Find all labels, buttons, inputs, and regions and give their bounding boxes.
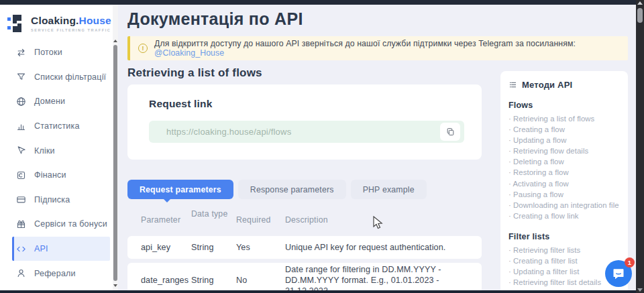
toc-item[interactable]: Retrieving filter lists <box>508 245 620 255</box>
banner-text: Для відкриття доступу до нашого API звер… <box>154 39 620 58</box>
sidebar-scroll-down-icon[interactable] <box>113 284 117 287</box>
toc-item[interactable]: Retrieving filter list details <box>508 277 620 288</box>
table-header: Parameter Data type Required Description <box>127 209 482 225</box>
col-required: Required <box>236 209 285 225</box>
cell-parameter: api_key <box>141 243 191 252</box>
sidebar: Cloaking.House SERVICE FILTERING TRAFFIC… <box>0 5 113 290</box>
cell-parameter: date_ranges <box>141 276 191 285</box>
col-description: Description <box>285 209 482 225</box>
request-link-title: Request link <box>149 98 482 110</box>
person-icon <box>16 268 26 278</box>
sidebar-item-statistics[interactable]: Статистика <box>12 114 110 139</box>
sidebar-item-subscription[interactable]: Підписка <box>12 188 110 213</box>
logo-mark-icon <box>7 13 25 34</box>
toc-item[interactable]: Restoring a flow <box>508 167 620 178</box>
col-parameter: Parameter <box>141 209 191 225</box>
cell-data-type: String <box>191 276 236 285</box>
table-row: date_ranges String No Date range for fil… <box>127 263 482 293</box>
cell-data-type: String <box>191 243 236 252</box>
brand-name: Cloaking.House <box>31 15 111 27</box>
toc-item[interactable]: Retrieving a list of flows <box>508 113 620 124</box>
scroll-down-icon[interactable] <box>637 288 643 292</box>
toc-item[interactable]: Creating a flow <box>508 124 620 135</box>
page-scrollbar[interactable] <box>636 0 644 293</box>
toc-item[interactable]: Downloading an integration file <box>508 200 620 211</box>
toc-item[interactable]: Deleting a flow <box>508 156 620 167</box>
info-banner: ! Для відкриття доступу до нашого API зв… <box>127 36 628 60</box>
chat-icon <box>612 267 625 280</box>
sidebar-item-filter-lists[interactable]: Списки фільтрації <box>12 65 110 90</box>
toc-item[interactable]: Creating a flow link <box>508 211 620 221</box>
toc-section-flows: Flows <box>508 101 620 110</box>
code-icon <box>16 244 26 254</box>
globe-icon <box>16 97 26 107</box>
toc-item[interactable]: Pausing a flow <box>508 189 620 200</box>
page-scrollbar-thumb[interactable] <box>637 8 643 23</box>
toc-item[interactable]: Updating a flow <box>508 135 620 145</box>
api-methods-title: Методи API <box>508 80 620 90</box>
telegram-link[interactable]: @Cloaking_House <box>154 48 224 58</box>
request-url-field[interactable]: https://cloaking.house/api/flows <box>149 121 464 143</box>
tab-php-example[interactable]: PHP example <box>351 180 427 199</box>
page-title: Документація по API <box>127 9 303 29</box>
wallet-icon <box>16 194 26 204</box>
info-icon: ! <box>138 44 148 53</box>
window-bottom-edge <box>0 290 636 293</box>
toc-item[interactable]: Activating a flow <box>508 178 620 189</box>
toc-section-filter-lists: Filter lists <box>508 232 620 241</box>
api-methods-panel: Методи API Flows Retrieving a list of fl… <box>500 71 628 293</box>
sidebar-scrollbar-thumb[interactable] <box>113 45 117 281</box>
tab-request-parameters[interactable]: Request parameters <box>127 180 233 199</box>
toc-item[interactable]: Retrieving flow details <box>508 145 620 156</box>
copy-icon <box>446 127 455 136</box>
sidebar-item-flows[interactable]: Потоки <box>12 40 110 65</box>
sidebar-item-referrals[interactable]: Реферали <box>12 261 110 286</box>
cursor-icon <box>16 145 26 156</box>
scroll-up-icon[interactable] <box>637 1 643 5</box>
sidebar-item-finance[interactable]: Фінанси <box>12 163 110 188</box>
table-row: api_key String Yes Unique API key for re… <box>127 236 482 259</box>
sidebar-item-services[interactable]: Сервіси та бонуси <box>12 212 110 237</box>
sidebar-scrollbar[interactable] <box>113 5 118 290</box>
toc-item[interactable]: Updating a filter list <box>508 266 620 277</box>
sidebar-item-clicks[interactable]: Кліки <box>12 138 110 163</box>
sidebar-item-api[interactable]: API <box>12 237 110 261</box>
list-icon <box>508 81 517 89</box>
toc-item[interactable]: Creating a filter list <box>508 255 620 266</box>
sidebar-item-domains[interactable]: Домени <box>12 89 110 114</box>
col-data-type: Data type <box>191 209 236 225</box>
filter-icon <box>16 72 26 82</box>
parameter-tabs: Request parameters Response parameters P… <box>127 180 427 199</box>
toc-filter-lists: Retrieving filter lists Creating a filte… <box>508 245 620 293</box>
tab-response-parameters[interactable]: Response parameters <box>238 180 346 199</box>
request-link-card: Request link https://cloaking.house/api/… <box>127 84 482 160</box>
finance-icon <box>16 170 26 180</box>
flows-icon <box>16 48 26 58</box>
brand-tagline: SERVICE FILTERING TRAFFIC <box>31 28 111 32</box>
cell-description: Date range for filtering in DD.MM.YYYY -… <box>285 264 482 293</box>
copy-button[interactable] <box>440 123 460 141</box>
gift-icon <box>16 219 26 229</box>
sidebar-scroll-up-icon[interactable] <box>113 40 117 42</box>
window-top-edge <box>0 0 636 5</box>
sidebar-nav: Потоки Списки фільтрації Домени Статисти… <box>0 40 113 286</box>
bar-chart-icon <box>16 121 26 131</box>
cell-required: Yes <box>236 243 285 252</box>
cell-description: Unique API key for request authenticatio… <box>285 242 482 253</box>
request-url: https://cloaking.house/api/flows <box>166 127 440 137</box>
cell-required: No <box>236 276 285 285</box>
chat-notification-badge: 1 <box>625 257 635 268</box>
toc-flows-list: Retrieving a list of flows Creating a fl… <box>508 113 620 221</box>
section-title: Retrieving a list of flows <box>127 66 262 80</box>
logo[interactable]: Cloaking.House SERVICE FILTERING TRAFFIC <box>0 5 113 34</box>
